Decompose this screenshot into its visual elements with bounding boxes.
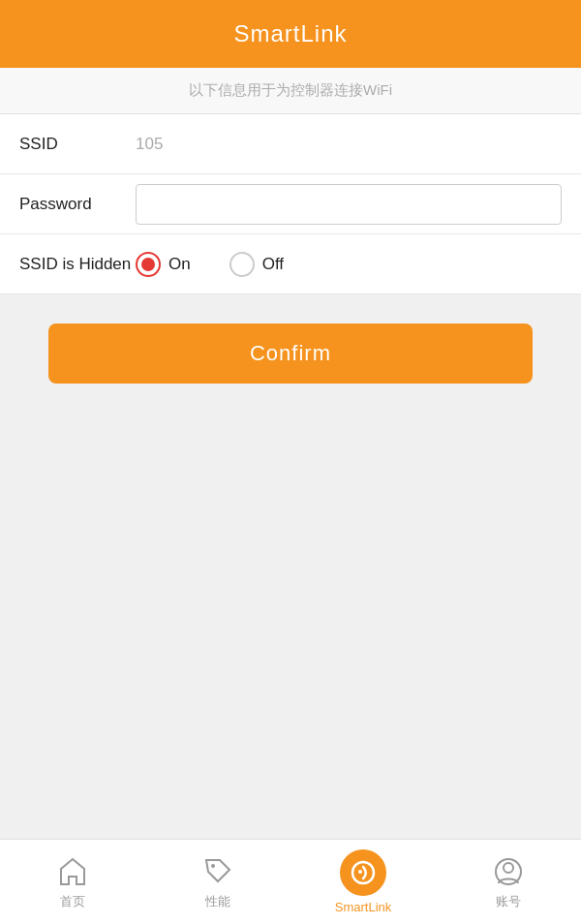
ssid-hidden-label: SSID is Hidden [19, 255, 136, 274]
nav-item-performance[interactable]: 性能 [145, 854, 290, 910]
svg-point-1 [352, 862, 374, 883]
ssid-label: SSID [19, 135, 136, 154]
smartlink-icon-bg [340, 849, 386, 896]
nav-item-home[interactable]: 首页 [0, 854, 145, 910]
ssid-hidden-row: SSID is Hidden On Off [0, 234, 581, 294]
bottom-nav: 首页 性能 SmartLink 账号 [0, 839, 581, 924]
form-area: SSID 105 Password SSID is Hidden On Off [0, 114, 581, 294]
password-row: Password [0, 174, 581, 234]
radio-on-dot [141, 258, 155, 271]
subtitle-text: 以下信息用于为控制器连接WiFi [189, 81, 392, 98]
confirm-button[interactable]: Confirm [48, 323, 533, 384]
app-header: SmartLink [0, 0, 581, 68]
nav-label-performance: 性能 [205, 893, 230, 910]
subtitle-bar: 以下信息用于为控制器连接WiFi [0, 68, 581, 114]
radio-group: On Off [136, 252, 284, 277]
radio-off-circle [229, 252, 255, 277]
svg-point-0 [211, 864, 215, 868]
nav-item-smartlink[interactable]: SmartLink [290, 849, 436, 914]
radio-on[interactable]: On [136, 252, 191, 277]
radio-off-label: Off [262, 255, 284, 274]
svg-point-4 [504, 863, 513, 873]
nav-label-home: 首页 [60, 893, 85, 910]
confirm-section: Confirm [0, 294, 581, 413]
ssid-value: 105 [136, 135, 163, 154]
main-spacer [0, 413, 581, 839]
ssid-row: SSID 105 [0, 114, 581, 174]
header-title: SmartLink [233, 20, 347, 47]
radio-on-circle [136, 252, 161, 277]
password-label: Password [19, 195, 136, 214]
password-input[interactable] [136, 184, 562, 225]
home-icon [55, 854, 90, 889]
radio-on-label: On [168, 255, 191, 274]
nav-item-account[interactable]: 账号 [436, 854, 581, 910]
tag-icon [200, 854, 235, 889]
smartlink-icon [350, 859, 377, 886]
radio-off[interactable]: Off [229, 252, 284, 277]
svg-point-2 [358, 870, 362, 874]
nav-label-account: 账号 [496, 893, 521, 910]
account-icon [491, 854, 526, 889]
nav-label-smartlink: SmartLink [335, 900, 392, 914]
